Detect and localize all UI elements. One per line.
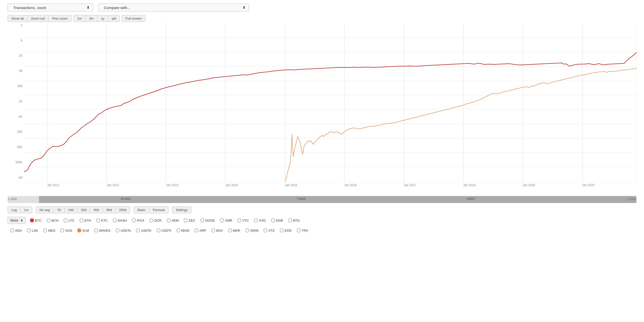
- full-screen-button[interactable]: Full screen: [122, 15, 145, 22]
- coin-ltc[interactable]: LTC: [61, 217, 77, 223]
- 90d-button[interactable]: 90d: [103, 207, 115, 213]
- 14d-button[interactable]: 14d: [64, 207, 77, 213]
- coin-maid[interactable]: MAID: [174, 227, 192, 233]
- coin-more[interactable]: More⬍: [8, 217, 26, 224]
- btc-line: [24, 52, 636, 172]
- coin-label-btc: BTC: [35, 219, 42, 222]
- coin-xrp[interactable]: XRP: [192, 227, 209, 233]
- coin-radio-trx: [297, 228, 301, 232]
- coin-usdto[interactable]: USDTo: [113, 227, 133, 233]
- log-lin-group: Log Lin: [8, 207, 32, 213]
- coin-radio-gas: [60, 228, 64, 232]
- coin-usdtt[interactable]: USDTt: [154, 227, 174, 233]
- 7d-button[interactable]: 7d: [53, 207, 64, 213]
- y-label-6k: 6K: [8, 115, 24, 118]
- 50d-button[interactable]: 50d: [90, 207, 103, 213]
- coin-radio-xrp: [194, 228, 198, 232]
- prev-zoom-button[interactable]: Prev zoom: [48, 15, 71, 22]
- 3m-button[interactable]: 3m: [85, 15, 97, 22]
- coin-btc[interactable]: BTC: [27, 217, 44, 223]
- coin-pivx[interactable]: PIVX: [129, 217, 147, 223]
- coin-ada[interactable]: ADA: [8, 227, 24, 233]
- coin-xem[interactable]: XEM: [164, 217, 181, 223]
- coin-xlm[interactable]: XLM: [75, 227, 92, 233]
- coin-radio-dgb: [271, 218, 275, 222]
- zoom-group-1: Show all Zoom out Prev zoom: [8, 15, 71, 22]
- coin-etc[interactable]: ETC: [94, 217, 110, 223]
- x-label-2019: Jan 2019: [522, 183, 535, 187]
- coin-dash[interactable]: DASH: [110, 217, 129, 223]
- coin-label-lsk: LSK: [32, 229, 38, 232]
- coin-usdte[interactable]: USDTe: [133, 227, 154, 233]
- zoom-out-button[interactable]: Zoom out: [27, 15, 48, 22]
- coin-radio-usdte: [136, 228, 140, 232]
- coin-radio-xtz: [263, 228, 267, 232]
- formula-button[interactable]: Formula: [149, 207, 169, 213]
- coin-bch[interactable]: BCH: [44, 217, 61, 223]
- settings-button[interactable]: Settings: [172, 207, 191, 213]
- compare-dropdown-arrow: ⬍: [243, 5, 246, 10]
- coin-xvg[interactable]: XVG: [251, 217, 268, 223]
- coin-lsk[interactable]: LSK: [24, 227, 41, 233]
- no-avg-button[interactable]: No avg: [36, 207, 53, 213]
- coin-grin[interactable]: GRIN: [243, 227, 261, 233]
- coin-doge[interactable]: DOGE: [198, 217, 217, 223]
- coin-zec[interactable]: ZEC: [181, 217, 198, 223]
- coin-label-zec: ZEC: [189, 219, 195, 222]
- y-label-90: 90: [8, 69, 24, 73]
- x-label-2013: Jan 2013: [166, 183, 178, 187]
- coin-xmr[interactable]: XMR: [217, 217, 235, 223]
- y-label-1: 1: [8, 23, 24, 27]
- y-axis: 1M 300K 90K 20K 6K 1K 300 90 20 6 1: [8, 23, 24, 179]
- x-label-2017: Jan 2017: [404, 183, 416, 187]
- 30d-button[interactable]: 30d: [77, 207, 90, 213]
- coin-trx[interactable]: TRX: [294, 227, 311, 233]
- y-label-6: 6: [8, 39, 24, 42]
- coin-radio-vtc: [237, 218, 241, 222]
- compare-dropdown[interactable]: Compare with... ⬍: [98, 4, 249, 12]
- coin-dcr[interactable]: DCR: [147, 217, 164, 223]
- 1y-button[interactable]: 1y: [97, 15, 108, 22]
- coin-btg[interactable]: BTG: [286, 217, 302, 223]
- coin-gas[interactable]: GAS: [58, 227, 74, 233]
- metric-dropdown[interactable]: Transactions, count ⬍: [8, 4, 93, 12]
- chart-svg: [24, 23, 636, 182]
- coin-label-usdte: USDTe: [141, 229, 151, 232]
- coin-radio-dcr: [149, 218, 153, 222]
- coin-waves[interactable]: WAVES: [92, 227, 113, 233]
- x-label-2020: Jan 2020: [582, 183, 594, 187]
- timeline-bar[interactable]: 1-2009 10-2011 7-2014 4-2017 2-2020: [8, 196, 636, 203]
- coin-radio-grin: [245, 228, 249, 232]
- coin-bsv[interactable]: BSV: [209, 227, 225, 233]
- coin-radio-doge: [200, 218, 204, 222]
- coin-radio-usdto: [115, 228, 119, 232]
- coin-label-etc: ETC: [101, 219, 108, 222]
- coin-label-neo: NEO: [48, 229, 55, 232]
- coin-label-usdto: USDTo: [120, 229, 131, 232]
- 200d-button[interactable]: 200d: [115, 207, 130, 213]
- lin-button[interactable]: Lin: [20, 207, 32, 213]
- coin-radio-xvg: [254, 218, 258, 222]
- compare-dropdown-label: Compare with...: [104, 6, 130, 10]
- coin-neo[interactable]: NEO: [41, 227, 58, 233]
- coin-xtz[interactable]: XTZ: [261, 227, 277, 233]
- basic-button[interactable]: Basic: [134, 207, 149, 213]
- log-button[interactable]: Log: [8, 207, 20, 213]
- coin-mkr[interactable]: MKR: [225, 227, 243, 233]
- x-label-2012: Jan 2012: [107, 183, 119, 187]
- show-all-button[interactable]: Show all: [8, 15, 27, 22]
- coin-label-eth: ETH: [85, 219, 91, 222]
- coin-radio-maid: [176, 228, 180, 232]
- coin-dgb[interactable]: DGB: [268, 217, 286, 223]
- coin-eth[interactable]: ETH: [77, 217, 94, 223]
- coin-vtc[interactable]: VTC: [235, 217, 251, 223]
- coin-radio-waves: [94, 228, 98, 232]
- more-arrow: ⬍: [20, 219, 23, 222]
- timeline-start: 1-2009: [8, 197, 17, 200]
- ytd-button[interactable]: ytd: [108, 15, 120, 22]
- x-axis: Jan 2011 Jan 2012 Jan 2013 Jan 2014 Jan …: [24, 182, 636, 194]
- coin-eos[interactable]: EOS: [277, 227, 294, 233]
- coin-radio-lsk: [27, 228, 31, 232]
- 1m-button[interactable]: 1m: [73, 15, 85, 22]
- coin-label-xrp: XRP: [199, 229, 206, 232]
